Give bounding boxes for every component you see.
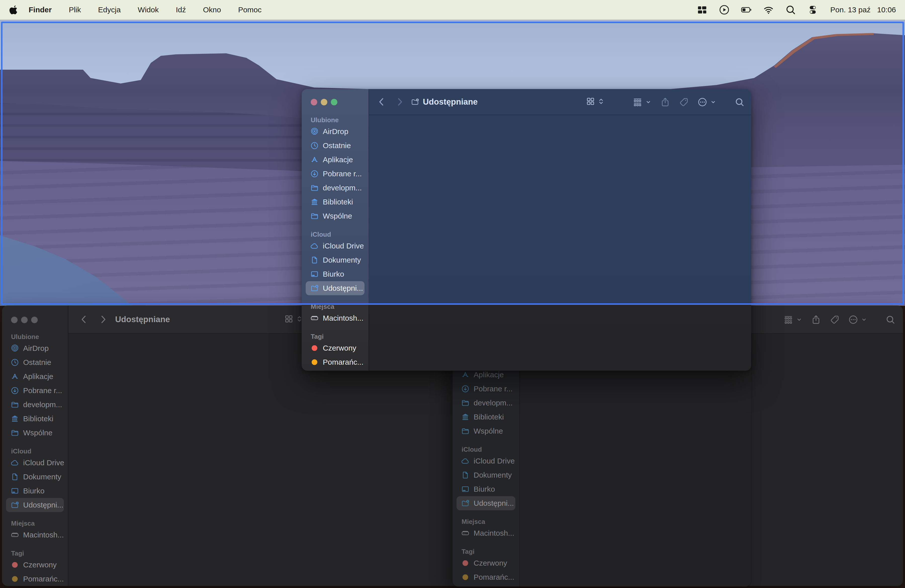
- menu-item-okno[interactable]: Okno: [194, 6, 230, 14]
- sidebar-item-czerwony[interactable]: Czerwony: [306, 341, 365, 355]
- chevron-left-icon[interactable]: [78, 314, 89, 325]
- close-button[interactable]: [11, 317, 17, 323]
- minimize-button[interactable]: [321, 99, 327, 105]
- finder-window-floating[interactable]: Udostępniane UlubioneAirDropOstatnieApli…: [302, 89, 751, 371]
- sidebar-section-label: Miejsca: [452, 517, 519, 526]
- sidebar-item-aplikacje[interactable]: Aplikacje: [306, 153, 365, 167]
- sidebar-item-biblioteki[interactable]: Biblioteki: [6, 412, 64, 426]
- wifi-icon[interactable]: [763, 4, 774, 15]
- sidebar-item-developm[interactable]: developm...: [306, 181, 365, 195]
- chevron-left-icon[interactable]: [376, 96, 387, 107]
- menu-bar: FinderPlikEdycjaWidokIdźOknoPomoc Pon. 1…: [0, 0, 905, 20]
- sidebar-item-ostatnie[interactable]: Ostatnie: [306, 138, 365, 153]
- sidebar-section-label: iCloud: [2, 447, 68, 456]
- sidebar-item-dokumenty[interactable]: Dokumenty: [457, 468, 515, 482]
- battery-icon[interactable]: [741, 4, 752, 15]
- sidebar-item-label: Aplikacje: [23, 372, 53, 381]
- sidebar-item-wsplne[interactable]: Wspólne: [457, 424, 515, 438]
- menu-item-edycja[interactable]: Edycja: [89, 6, 129, 14]
- zoom-button[interactable]: [31, 317, 38, 323]
- menu-item-widok[interactable]: Widok: [129, 6, 167, 14]
- sidebar-item-czerwony[interactable]: Czerwony: [457, 556, 515, 570]
- minimize-button[interactable]: [21, 317, 28, 323]
- sidebar-item-pobraner[interactable]: Pobrane r...: [306, 167, 365, 181]
- sidebar-item-label: Biblioteki: [23, 415, 53, 423]
- sidebar-item-iclouddrive[interactable]: iCloud Drive: [457, 454, 515, 468]
- chevron-right-icon[interactable]: [98, 314, 109, 325]
- sidebar-item-biblioteki[interactable]: Biblioteki: [457, 410, 515, 424]
- share-icon[interactable]: [660, 97, 670, 107]
- search-icon[interactable]: [885, 315, 895, 325]
- sidebar-item-biblioteki[interactable]: Biblioteki: [306, 195, 365, 209]
- sidebar-item-wsplne[interactable]: Wspólne: [6, 426, 64, 440]
- dot-icon: [11, 575, 19, 583]
- sidebar-item-pobraner[interactable]: Pobrane r...: [6, 383, 64, 397]
- sidebar-item-pomarac[interactable]: Pomarańc...: [6, 572, 64, 586]
- share-icon[interactable]: [811, 315, 821, 325]
- sidebar-item-airdrop[interactable]: AirDrop: [306, 124, 365, 138]
- file-area[interactable]: [369, 115, 751, 371]
- group-actions-icon[interactable]: [632, 97, 643, 107]
- sidebar-item-dokumenty[interactable]: Dokumenty: [306, 253, 365, 267]
- grid-view-icon[interactable]: [586, 97, 595, 106]
- menu-item-plik[interactable]: Plik: [60, 6, 89, 14]
- sidebar-item-pomarac[interactable]: Pomarańc...: [306, 355, 365, 369]
- sidebar-item-label: Biblioteki: [323, 198, 353, 206]
- sidebar-item-pobraner[interactable]: Pobrane r...: [457, 382, 515, 396]
- sidebar-item-biurko[interactable]: Biurko: [6, 484, 64, 498]
- sidebar-item-biurko[interactable]: Biurko: [457, 482, 515, 496]
- sidebar-item-udostpni[interactable]: Udostępni...: [306, 281, 365, 295]
- folder-shared-icon: [11, 501, 19, 509]
- sidebar-item-wsplne[interactable]: Wspólne: [306, 209, 365, 223]
- tag-icon[interactable]: [679, 97, 689, 107]
- sidebar-item-macintosh[interactable]: Macintosh...: [306, 311, 365, 325]
- sidebar-item-pomarac[interactable]: Pomarańc...: [457, 570, 515, 584]
- chevron-right-icon[interactable]: [394, 96, 405, 107]
- close-button[interactable]: [311, 99, 317, 105]
- control-center-icon[interactable]: [807, 4, 818, 15]
- grid-view-icon[interactable]: [284, 314, 294, 324]
- menu-item-finder[interactable]: Finder: [21, 6, 60, 14]
- play-circle-icon[interactable]: [719, 4, 730, 15]
- tag-icon[interactable]: [830, 315, 840, 325]
- sidebar-item-airdrop[interactable]: AirDrop: [6, 341, 64, 355]
- dot-icon: [310, 358, 319, 366]
- sidebar-item-udostpni[interactable]: Udostępni...: [457, 496, 515, 510]
- sidebar-item-label: Biblioteki: [474, 413, 504, 421]
- sidebar-item-label: AirDrop: [323, 127, 348, 136]
- search-icon[interactable]: [735, 97, 745, 107]
- sidebar-item-aplikacje[interactable]: Aplikacje: [6, 369, 64, 383]
- more-actions-icon[interactable]: [848, 315, 858, 325]
- more-actions-icon[interactable]: [697, 97, 707, 107]
- folder-shared-icon: [310, 284, 319, 292]
- sidebar-item-developm[interactable]: developm...: [457, 396, 515, 410]
- sidebar-item-biurko[interactable]: Biurko: [306, 267, 365, 281]
- chevrons-up-down-icon[interactable]: [597, 98, 605, 105]
- nav-buttons: [376, 96, 405, 107]
- sidebar-divider: [68, 305, 68, 586]
- sidebar-item-macintosh[interactable]: Macintosh...: [6, 528, 64, 542]
- menu-item-id[interactable]: Idź: [167, 6, 194, 14]
- sidebar-item-iclouddrive[interactable]: iCloud Drive: [6, 456, 64, 470]
- menu-item-pomoc[interactable]: Pomoc: [230, 6, 270, 14]
- sidebar-item-iclouddrive[interactable]: iCloud Drive: [306, 239, 365, 253]
- group-actions-icon[interactable]: [783, 315, 793, 325]
- menu-clock[interactable]: Pon. 13 paź 10:06: [830, 6, 896, 14]
- sidebar-section-label: iCloud: [302, 230, 368, 239]
- sidebar-item-dokumenty[interactable]: Dokumenty: [6, 470, 64, 484]
- sidebar-item-label: developm...: [474, 399, 513, 407]
- sidebar-item-ostatnie[interactable]: Ostatnie: [6, 355, 64, 369]
- sidebar-item-czerwony[interactable]: Czerwony: [6, 558, 64, 572]
- chevron-down-icon[interactable]: [861, 316, 867, 323]
- zoom-button[interactable]: [331, 99, 337, 105]
- chevron-down-icon[interactable]: [645, 99, 652, 105]
- sidebar-item-label: Pomarańc...: [323, 358, 364, 366]
- sidebar-item-udostpni[interactable]: Udostępni...: [6, 498, 64, 512]
- search-icon[interactable]: [785, 4, 796, 15]
- chevron-down-icon[interactable]: [796, 316, 802, 323]
- apple-icon[interactable]: [9, 5, 19, 15]
- sidebar-item-macintosh[interactable]: Macintosh...: [457, 526, 515, 540]
- chevron-down-icon[interactable]: [710, 99, 716, 105]
- sidebar-item-developm[interactable]: developm...: [6, 397, 64, 412]
- app-blocks-icon[interactable]: [697, 4, 708, 15]
